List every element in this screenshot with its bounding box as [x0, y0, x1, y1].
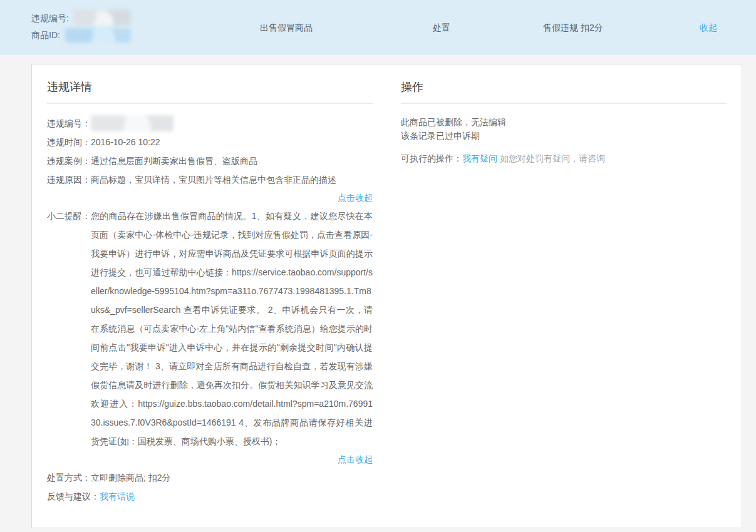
violation-case-value: 通过信息层面判断卖家出售假冒、盗版商品: [91, 151, 373, 170]
violation-time-row: 违规时间： 2016-10-26 10:22: [47, 133, 373, 151]
operation-panel: 操作 此商品已被删除，无法编辑 该条记录已过申诉期 可执行的操作：我有疑问 如您…: [401, 74, 727, 510]
detail-violation-number-row: 违规编号：: [47, 114, 373, 133]
product-id-label: 商品ID:: [31, 30, 60, 41]
available-operations-label: 可执行的操作：: [401, 153, 462, 163]
violation-time-value: 2016-10-26 10:22: [91, 133, 373, 151]
question-hint: 如您对处罚有疑问，请咨询: [500, 153, 605, 163]
available-operations-row: 可执行的操作：我有疑问 如您对处罚有疑问，请咨询: [401, 151, 727, 165]
staff-remind-row: 小二提醒： 您的商品存在涉嫌出售假冒商品的情况。1、如有疑义，建议您尽快在本页面…: [47, 207, 373, 451]
penalty-points: 售假违规 扣2分: [543, 23, 603, 33]
violation-case-label: 违规案例：: [47, 151, 91, 170]
violation-summary-bar: 违规编号: 商品ID: 出售假冒商品 处置 售假违规 扣2分 收起: [0, 0, 756, 55]
feedback-label: 反馈与建议：: [47, 487, 100, 506]
staff-remind-label: 小二提醒：: [47, 207, 91, 451]
feedback-link[interactable]: 我有话说: [100, 491, 135, 501]
violation-ids-block: 违规编号: 商品ID:: [31, 10, 131, 44]
collapse-record-link[interactable]: 收起: [700, 23, 717, 33]
violation-case-row: 违规案例： 通过信息层面判断卖家出售假冒、盗版商品: [47, 151, 373, 170]
disposal-type: 处置: [433, 23, 450, 33]
feedback-row: 反馈与建议： 我有话说: [47, 487, 373, 506]
violation-reason-value: 商品标题，宝贝详情，宝贝图片等相关信息中包含非正品的描述: [91, 170, 373, 189]
collapse-reason-row: 点击收起: [47, 189, 373, 207]
disposal-method-label: 处置方式：: [47, 468, 91, 487]
appeal-expired-status: 该条记录已过申诉期: [401, 129, 727, 143]
collapse-reason-link[interactable]: 点击收起: [338, 193, 373, 203]
violation-number-row: 违规编号:: [31, 10, 131, 27]
violation-number-label: 违规编号:: [31, 13, 69, 24]
violation-detail-rows: 违规编号： 违规时间： 2016-10-26 10:22 违规案例： 通过信息层…: [47, 114, 373, 506]
operation-title: 操作: [401, 74, 727, 104]
collapse-remind-row: 点击收起: [47, 451, 373, 468]
violation-type: 出售假冒商品: [260, 23, 313, 33]
product-deleted-status: 此商品已被删除，无法编辑: [401, 115, 727, 129]
violation-number-redacted: [73, 9, 131, 26]
violation-detail-title: 违规详情: [47, 74, 373, 104]
violation-reason-row: 违规原因： 商品标题，宝贝详情，宝贝图片等相关信息中包含非正品的描述: [47, 170, 373, 189]
violation-reason-label: 违规原因：: [47, 170, 91, 189]
violation-time-label: 违规时间：: [47, 133, 91, 151]
detail-violation-number-redacted: [91, 115, 173, 131]
disposal-method-value: 立即删除商品; 扣2分: [91, 468, 373, 487]
product-id-row: 商品ID:: [31, 27, 131, 44]
violation-detail-panel: 违规详情 违规编号： 违规时间： 2016-10-26 10:22 违规案例： …: [47, 74, 373, 510]
have-question-link[interactable]: 我有疑问: [462, 153, 497, 163]
operation-status-block: 此商品已被删除，无法编辑 该条记录已过申诉期: [401, 115, 727, 143]
violation-record-card: 违规详情 违规编号： 违规时间： 2016-10-26 10:22 违规案例： …: [31, 64, 742, 528]
staff-remind-value: 您的商品存在涉嫌出售假冒商品的情况。1、如有疑义，建议您尽快在本页面（卖家中心-…: [91, 207, 373, 451]
collapse-remind-link[interactable]: 点击收起: [338, 454, 373, 464]
detail-violation-number-label: 违规编号：: [47, 114, 91, 133]
disposal-method-row: 处置方式： 立即删除商品; 扣2分: [47, 468, 373, 487]
product-id-redacted: [65, 28, 131, 43]
